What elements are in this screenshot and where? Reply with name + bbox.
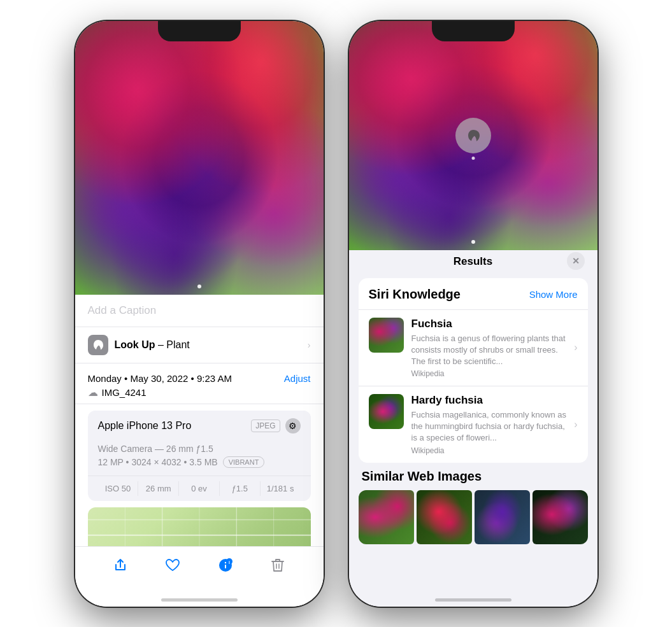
fuchsia-thumbnail xyxy=(369,318,404,353)
photo-area[interactable] xyxy=(75,21,324,295)
hardy-title: Hardy fuchsia xyxy=(411,394,567,407)
knowledge-item-fuchsia[interactable]: Fuchsia Fuchsia is a genus of flowering … xyxy=(359,309,588,386)
results-title: Results xyxy=(454,255,492,268)
info-section: Add a Caption Look Up – Plant › Monday •… xyxy=(75,295,324,546)
notch-right xyxy=(432,21,515,41)
map-roads-svg xyxy=(88,507,311,546)
similar-title: Similar Web Images xyxy=(359,469,588,484)
filename: IMG_4241 xyxy=(102,387,147,398)
format-badge: JPEG xyxy=(251,419,280,432)
notch xyxy=(158,21,241,41)
hardy-description: Fuchsia magellanica, commonly known as t… xyxy=(411,409,567,444)
heart-button[interactable] xyxy=(160,553,185,578)
fuchsia-chevron: › xyxy=(574,342,577,353)
right-home-bar xyxy=(435,598,511,602)
svg-point-9 xyxy=(225,562,226,563)
fuchsia-content: Fuchsia Fuchsia is a genus of flowering … xyxy=(411,318,567,379)
flower-overlay xyxy=(75,21,324,295)
cloud-icon: ☁ xyxy=(88,386,98,398)
lookup-chevron: › xyxy=(308,340,311,350)
results-panel: Results ✕ Siri Knowledge Show More Fuchs… xyxy=(349,250,597,594)
left-screen: Add a Caption Look Up – Plant › Monday •… xyxy=(75,21,324,607)
similar-section: Similar Web Images xyxy=(359,469,588,544)
visual-lookup-button[interactable] xyxy=(455,118,491,153)
settings-icon[interactable]: ⚙ xyxy=(285,418,301,433)
camera-info: Wide Camera — 26 mm ƒ1.5 12 MP • 3024 × … xyxy=(88,441,311,476)
dot-1 xyxy=(197,285,201,288)
right-dot-1 xyxy=(471,240,475,244)
siri-header: Siri Knowledge Show More xyxy=(359,287,588,309)
lookup-label: Look Up – Plant xyxy=(115,339,301,351)
hardy-content: Hardy fuchsia Fuchsia magellanica, commo… xyxy=(411,394,567,455)
knowledge-item-hardy[interactable]: Hardy fuchsia Fuchsia magellanica, commo… xyxy=(359,386,588,463)
info-button[interactable]: i xyxy=(213,553,238,578)
info-icon: i xyxy=(218,558,233,573)
similar-image-2[interactable] xyxy=(417,490,472,544)
svg-rect-10 xyxy=(225,565,226,568)
exif-ev: 0 ev xyxy=(179,481,220,496)
similar-images-grid xyxy=(359,490,588,544)
hardy-chevron: › xyxy=(574,419,577,430)
lookup-row[interactable]: Look Up – Plant › xyxy=(75,327,324,363)
right-photo-indicator xyxy=(471,240,475,244)
similar-image-1[interactable] xyxy=(359,490,414,544)
exif-shutter: 1/181 s xyxy=(261,481,301,496)
device-header: Apple iPhone 13 Pro JPEG ⚙ xyxy=(88,411,311,441)
right-photo-area[interactable] xyxy=(349,21,597,250)
share-icon xyxy=(113,558,127,572)
exif-row: ISO 50 26 mm 0 ev ƒ1.5 1/181 s xyxy=(88,476,311,501)
share-button[interactable] xyxy=(108,553,133,578)
heart-icon xyxy=(165,558,180,572)
hardy-thumbnail xyxy=(369,394,404,429)
left-phone: Add a Caption Look Up – Plant › Monday •… xyxy=(75,21,324,607)
similar-image-3[interactable] xyxy=(475,490,530,544)
device-name: Apple iPhone 13 Pro xyxy=(98,420,192,432)
exif-iso: ISO 50 xyxy=(98,481,139,496)
fuchsia-description: Fuchsia is a genus of flowering plants t… xyxy=(411,333,567,368)
device-card: Apple iPhone 13 Pro JPEG ⚙ Wide Camera —… xyxy=(88,411,311,501)
trash-button[interactable] xyxy=(265,553,290,578)
visual-lookup-dot xyxy=(471,157,475,160)
map-area[interactable] xyxy=(88,507,311,546)
right-screen: Results ✕ Siri Knowledge Show More Fuchs… xyxy=(349,21,597,607)
right-phone: Results ✕ Siri Knowledge Show More Fuchs… xyxy=(349,21,597,607)
home-bar xyxy=(161,598,238,602)
mp-text: 12 MP • 3024 × 4032 • 3.5 MB xyxy=(98,457,218,467)
trash-icon xyxy=(271,558,284,572)
fuchsia-title: Fuchsia xyxy=(411,318,567,330)
similar-image-4[interactable] xyxy=(533,490,588,544)
camera-type: Wide Camera — 26 mm ƒ1.5 xyxy=(98,444,301,454)
right-home-indicator xyxy=(349,594,597,607)
caption-placeholder[interactable]: Add a Caption xyxy=(88,304,157,316)
siri-knowledge-title: Siri Knowledge xyxy=(369,287,461,302)
vibrant-badge: VIBRANT xyxy=(223,456,265,468)
bottom-toolbar: i xyxy=(75,546,324,594)
device-badges: JPEG ⚙ xyxy=(251,418,300,433)
leaf-icon xyxy=(92,339,104,351)
fuchsia-source: Wikipedia xyxy=(411,369,567,378)
close-button[interactable]: ✕ xyxy=(567,252,585,270)
svg-text:i: i xyxy=(229,560,230,565)
results-header: Results ✕ xyxy=(349,250,597,272)
home-indicator xyxy=(75,594,324,607)
hardy-source: Wikipedia xyxy=(411,446,567,455)
adjust-button[interactable]: Adjust xyxy=(284,373,311,384)
exif-mm: 26 mm xyxy=(138,481,179,496)
exif-aperture: ƒ1.5 xyxy=(220,481,261,496)
show-more-button[interactable]: Show More xyxy=(529,289,578,300)
photo-indicator xyxy=(197,285,201,288)
siri-knowledge-section: Siri Knowledge Show More Fuchsia Fuchsia… xyxy=(359,278,588,463)
date-row: Monday • May 30, 2022 • 9:23 AM Adjust ☁… xyxy=(75,363,324,404)
date-text: Monday • May 30, 2022 • 9:23 AM xyxy=(88,373,232,384)
visual-lookup-leaf-icon xyxy=(466,128,481,143)
visual-lookup-icon xyxy=(88,335,108,355)
caption-area[interactable]: Add a Caption xyxy=(75,295,324,327)
